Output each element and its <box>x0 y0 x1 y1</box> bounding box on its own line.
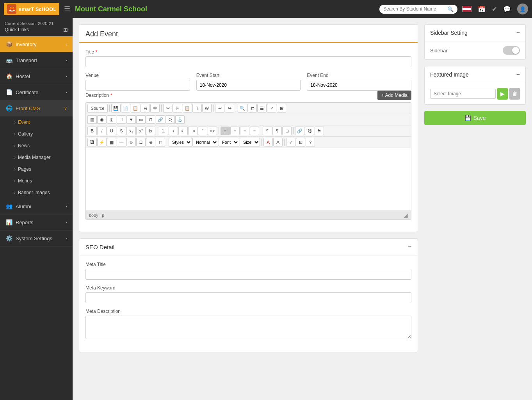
meta-keyword-input[interactable] <box>85 292 411 303</box>
editor-area[interactable] <box>86 148 411 211</box>
undo-button[interactable]: ↩ <box>215 104 224 112</box>
radio-btn[interactable]: ◎ <box>107 115 116 124</box>
italic-btn[interactable]: I <box>97 127 107 135</box>
sidebar-item-system-settings[interactable]: ⚙️ System Settings › <box>0 230 73 246</box>
superscript-btn[interactable]: x² <box>136 127 146 135</box>
flag-icon[interactable] <box>462 6 472 12</box>
bold-btn[interactable]: B <box>87 127 97 135</box>
hamburger-icon[interactable]: ☰ <box>64 5 70 13</box>
show-blocks-btn[interactable]: ⊞ <box>282 127 292 135</box>
add-media-button[interactable]: + Add Media <box>377 91 411 100</box>
search-input[interactable] <box>383 6 445 12</box>
select-image-input[interactable] <box>430 89 496 99</box>
size-select[interactable]: Size <box>240 138 260 146</box>
new-doc-button[interactable]: 📄 <box>121 104 130 112</box>
sidebar-item-hostel[interactable]: 🏠 Hostel › <box>0 68 73 84</box>
sidebar-item-front-cms[interactable]: 🌐 Front CMS ∨ <box>0 100 73 116</box>
logo[interactable]: 🦊 smarT ScHOOL <box>4 3 59 15</box>
source-button[interactable]: Source <box>87 104 108 112</box>
flash-btn[interactable]: ⚡ <box>97 138 107 146</box>
print-button[interactable]: 🖨 <box>141 104 150 112</box>
meta-description-textarea[interactable] <box>85 316 411 339</box>
button-btn[interactable]: ⊓ <box>146 115 155 124</box>
align-justify-btn[interactable]: ≡ <box>250 127 259 135</box>
align-right-btn[interactable]: ≡ <box>240 127 249 135</box>
resize-handle[interactable]: ◢ <box>404 212 408 218</box>
paste-word-button[interactable]: W <box>202 104 212 112</box>
subscript-btn[interactable]: x₂ <box>126 127 136 135</box>
sidebar-sub-banner-images[interactable]: Banner Images <box>0 187 73 198</box>
sidebar-toggle[interactable] <box>503 46 520 55</box>
textarea-btn[interactable]: ▭ <box>136 115 146 124</box>
save-doc-button[interactable]: 💾 <box>111 104 121 112</box>
link-btn[interactable]: 🔗 <box>156 115 165 124</box>
image-upload-button[interactable]: ▶ <box>497 88 508 100</box>
sidebar-item-alumni[interactable]: 👥 Alumni › <box>0 198 73 214</box>
flag-btn[interactable]: ⚑ <box>315 127 324 135</box>
grid-icon[interactable]: ⊞ <box>63 27 68 33</box>
format-select[interactable]: Normal <box>192 138 218 146</box>
sidebar-sub-menus[interactable]: Menus <box>0 175 73 187</box>
text-color-btn[interactable]: A <box>263 138 273 146</box>
save-button[interactable]: 💾 Save <box>424 111 526 125</box>
check-icon[interactable]: ✔ <box>492 5 497 13</box>
ul-btn[interactable]: • <box>169 127 178 135</box>
sidebar-sub-media-manager[interactable]: Media Manager <box>0 152 73 163</box>
ltr-btn[interactable]: ¶ <box>263 127 272 135</box>
find-button[interactable]: 🔍 <box>238 104 247 112</box>
preview-button[interactable]: 👁 <box>150 104 160 112</box>
paste-button[interactable]: 📋 <box>183 104 192 112</box>
underline-btn[interactable]: U <box>107 127 116 135</box>
outdent-btn[interactable]: ⇤ <box>178 127 188 135</box>
featured-image-collapse-button[interactable]: − <box>516 71 520 78</box>
indent-btn[interactable]: ⇥ <box>188 127 197 135</box>
sidebar-sub-pages[interactable]: Pages <box>0 163 73 175</box>
event-end-input[interactable] <box>307 80 411 91</box>
spell-check-button[interactable]: ✓ <box>267 104 276 112</box>
align-left-btn[interactable]: ≡ <box>221 127 230 135</box>
ol-btn[interactable]: 1. <box>159 127 168 135</box>
show-borders-btn[interactable]: ⊡ <box>296 138 305 146</box>
help-btn[interactable]: ? <box>306 138 315 146</box>
rtl-btn[interactable]: ¶ <box>272 127 282 135</box>
avatar[interactable]: 👤 <box>517 4 528 14</box>
iframe-btn[interactable]: ◻ <box>156 138 165 146</box>
cut-button[interactable]: ✂ <box>163 104 173 112</box>
unlink2-btn[interactable]: ⛓ <box>305 127 314 135</box>
hr-btn[interactable]: — <box>117 138 126 146</box>
title-input[interactable] <box>85 56 411 67</box>
special-chars-btn[interactable]: Ω <box>136 138 146 146</box>
venue-input[interactable] <box>85 80 190 91</box>
sidebar-sub-news[interactable]: News <box>0 140 73 152</box>
meta-title-input[interactable] <box>85 269 411 280</box>
sidebar-sub-event[interactable]: Event <box>0 116 73 128</box>
anchor-btn[interactable]: ⚓ <box>175 115 185 124</box>
search-icon[interactable]: 🔍 <box>447 6 454 12</box>
font-select[interactable]: Font <box>219 138 239 146</box>
blockquote-btn[interactable]: " <box>198 127 207 135</box>
paste-text-button[interactable]: T <box>192 104 202 112</box>
sidebar-setting-collapse-button[interactable]: − <box>516 29 520 36</box>
sidebar-item-certificate[interactable]: 📄 Certificate › <box>0 84 73 100</box>
replace-button[interactable]: ⇄ <box>247 104 257 112</box>
copy-button[interactable]: ⎘ <box>173 104 182 112</box>
whatsapp-icon[interactable]: 💬 <box>503 5 511 13</box>
checkbox-btn[interactable]: ☐ <box>117 115 126 124</box>
align-center-btn[interactable]: ≡ <box>230 127 240 135</box>
redo-button[interactable]: ↪ <box>225 104 234 112</box>
table2-btn[interactable]: ▦ <box>107 138 116 146</box>
image-btn[interactable]: 🖼 <box>87 138 97 146</box>
event-start-input[interactable] <box>196 80 301 91</box>
sidebar-item-transport[interactable]: 🚌 Transport › <box>0 52 73 68</box>
hidden-field-btn[interactable]: ◉ <box>97 115 107 124</box>
calendar-icon[interactable]: 📅 <box>478 5 486 13</box>
sidebar-sub-gallery[interactable]: Gallery <box>0 128 73 140</box>
maximize-btn[interactable]: ⤢ <box>286 138 295 146</box>
templates-button[interactable]: 📋 <box>131 104 140 112</box>
link2-btn[interactable]: 🔗 <box>295 127 304 135</box>
div-btn[interactable]: <> <box>208 127 217 135</box>
strikethrough-btn[interactable]: S <box>117 127 126 135</box>
select-btn[interactable]: ▼ <box>126 115 136 124</box>
sidebar-item-inventory[interactable]: 📦 Inventory ‹ <box>0 36 73 52</box>
remove-format-btn[interactable]: Ix <box>146 127 155 135</box>
